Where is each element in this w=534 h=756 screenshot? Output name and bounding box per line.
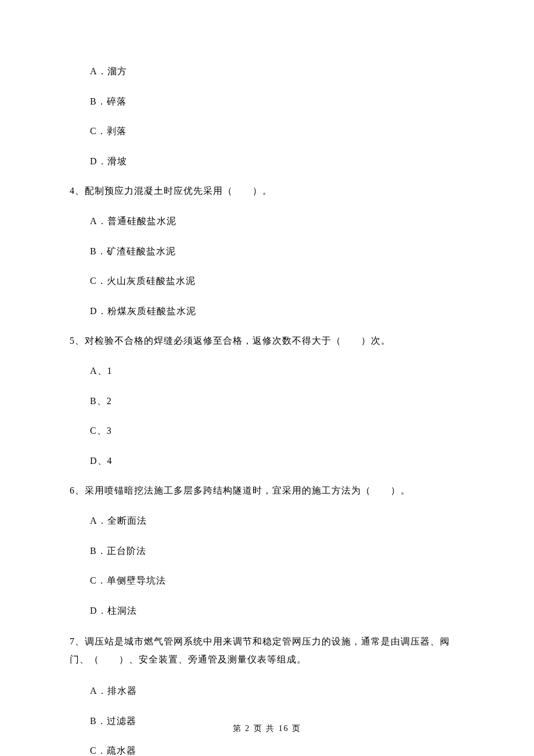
q5-text: 5、对检验不合格的焊缝必须返修至合格，返修次数不得大于（ ）次。 (70, 333, 464, 348)
q7-option-c: C．疏水器 (70, 743, 464, 756)
q5-option-a: A、1 (70, 363, 464, 379)
q4-option-b: B．矿渣硅酸盐水泥 (70, 244, 464, 259)
q7-text: 7、调压站是城市燃气管网系统中用来调节和稳定管网压力的设施，通常是由调压器、阀门… (70, 633, 464, 668)
q6-text: 6、采用喷锚暗挖法施工多层多跨结构隧道时，宜采用的施工方法为（ ）。 (70, 483, 464, 498)
q4-option-d: D．粉煤灰质硅酸盐水泥 (70, 304, 464, 319)
q4-option-a: A．普通硅酸盐水泥 (70, 214, 464, 229)
q5-option-d: D、4 (70, 453, 464, 469)
q6-option-b: B．正台阶法 (70, 543, 464, 559)
q7-option-a: A．排水器 (70, 683, 464, 699)
page-content: A．溜方 B．碎落 C．剥落 D．滑坡 4、配制预应力混凝土时应优先采用（ ）。… (0, 0, 534, 756)
q3-option-b: B．碎落 (70, 94, 464, 109)
q6-option-a: A．全断面法 (70, 513, 464, 528)
q3-option-a: A．溜方 (70, 64, 464, 79)
page-footer: 第 2 页 共 16 页 (0, 723, 534, 734)
q3-option-c: C．剥落 (70, 124, 464, 139)
q4-text: 4、配制预应力混凝土时应优先采用（ ）。 (70, 183, 464, 199)
q6-option-d: D．柱洞法 (70, 603, 464, 618)
q5-option-b: B、2 (70, 394, 464, 409)
q4-option-c: C．火山灰质硅酸盐水泥 (70, 273, 464, 289)
q6-option-c: C．单侧壁导坑法 (70, 573, 464, 588)
q3-option-d: D．滑坡 (70, 154, 464, 169)
q5-option-c: C、3 (70, 423, 464, 438)
